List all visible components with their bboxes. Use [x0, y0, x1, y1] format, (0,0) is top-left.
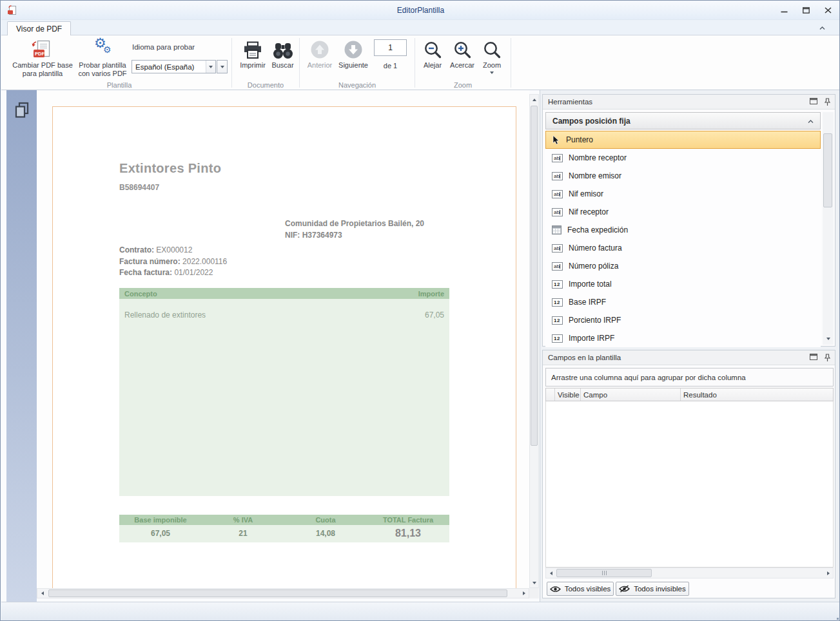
- invoice-recipient: Comunidad de Propietarios Bailén, 20 NIF…: [285, 218, 424, 241]
- window-icon: [810, 98, 817, 104]
- tool-item-nif-receptor[interactable]: Nif receptor: [545, 203, 821, 221]
- group-label-zoom: Zoom: [415, 81, 511, 89]
- all-invisible-button[interactable]: Todos invisibles: [616, 582, 689, 596]
- scroll-down-button[interactable]: [530, 578, 538, 588]
- tab-visor-de-pdf[interactable]: Visor de PDF: [7, 21, 71, 36]
- tools-panel: Herramientas Campos posición fija Punter…: [542, 94, 835, 347]
- printer-icon: [242, 39, 263, 59]
- zoom-dropdown-label: Zoom: [483, 61, 501, 70]
- value-iva: 21: [202, 525, 284, 542]
- column-label: Visible: [558, 391, 580, 399]
- language-select[interactable]: Español (España): [132, 60, 216, 73]
- tool-item-importe-irpf[interactable]: Importe IRPF: [545, 329, 821, 347]
- main-area: Extintores Pinto B58694407 Comunidad de …: [1, 90, 840, 602]
- pdf-page[interactable]: Extintores Pinto B58694407 Comunidad de …: [52, 106, 516, 588]
- resize-grip[interactable]: [834, 615, 836, 617]
- tool-item-fecha-expedicion[interactable]: Fecha expedición: [545, 221, 821, 239]
- pdf-viewer: Extintores Pinto B58694407 Comunidad de …: [37, 90, 529, 588]
- scroll-left-button[interactable]: [37, 589, 47, 598]
- tool-item-importe-total[interactable]: Importe total: [545, 275, 821, 293]
- pages-icon: [13, 102, 31, 119]
- value-cuota: 14,08: [284, 525, 367, 542]
- items-table-header: Concepto Importe: [119, 288, 449, 299]
- pin-panel-button[interactable]: [824, 354, 831, 363]
- zoom-out-button[interactable]: Alejar: [418, 37, 447, 79]
- next-page-button[interactable]: Siguiente: [338, 37, 369, 79]
- next-label: Siguiente: [338, 61, 368, 70]
- tool-item-nombre-receptor[interactable]: Nombre receptor: [545, 149, 821, 167]
- minimize-button[interactable]: [776, 4, 792, 17]
- column-header-campo[interactable]: Campo: [581, 388, 681, 401]
- dock-panel-button[interactable]: [810, 98, 817, 108]
- scroll-left-button[interactable]: [546, 568, 556, 578]
- viewer-horizontal-scrollbar[interactable]: [37, 588, 529, 598]
- tool-item-label: Porciento IRPF: [569, 316, 621, 325]
- items-table-body: Rellenado de extintores 67,05: [119, 299, 449, 496]
- page-number-input[interactable]: [374, 39, 407, 56]
- pin-panel-button[interactable]: [824, 98, 831, 108]
- tools-panel-title: Herramientas: [548, 98, 592, 106]
- all-visible-button[interactable]: Todos visibles: [547, 582, 614, 596]
- tools-panel-header: Herramientas: [543, 95, 835, 110]
- scroll-right-button[interactable]: [823, 568, 833, 578]
- group-label-navegacion: Navegación: [300, 81, 415, 89]
- scroll-up-button[interactable]: [530, 95, 538, 104]
- col-total-factura: TOTAL Factura: [367, 515, 449, 525]
- zoom-in-button[interactable]: Acercar: [448, 37, 476, 79]
- group-by-drop-zone[interactable]: Arrastre una columna aquí para agrupar p…: [545, 368, 834, 387]
- thumb-grip-icon: [604, 571, 605, 575]
- tool-item-label: Base IRPF: [569, 298, 606, 307]
- group-label-plantilla: Plantilla: [7, 81, 231, 89]
- tool-item-numero-poliza[interactable]: Número póliza: [545, 257, 821, 275]
- language-dropdown-button[interactable]: [217, 60, 228, 73]
- contract-line: Contrato: EX000012: [119, 245, 227, 256]
- minimize-icon: [781, 7, 788, 14]
- tools-group-campos-posicion-fija[interactable]: Campos posición fija: [545, 112, 821, 129]
- grid-horizontal-scrollbar[interactable]: [545, 568, 834, 578]
- tool-item-nif-emisor[interactable]: Nif emisor: [545, 185, 821, 203]
- close-button[interactable]: [819, 4, 836, 17]
- binoculars-icon: [273, 39, 293, 59]
- column-header-resultado[interactable]: Resultado: [681, 388, 833, 401]
- calendar-icon: [552, 225, 562, 234]
- ribbon: PDF Cambiar PDF base para plantilla ⚙ ⚙ …: [1, 35, 840, 90]
- tool-item-label: Nombre emisor: [569, 171, 621, 180]
- pin-icon: [824, 354, 831, 362]
- change-base-pdf-label: Cambiar PDF base para plantilla: [10, 61, 75, 78]
- tools-scroll-thumb[interactable]: [823, 133, 832, 207]
- pin-icon: [824, 98, 831, 106]
- invoice-number-label: Factura número:: [119, 257, 181, 266]
- tool-item-base-irpf[interactable]: Base IRPF: [545, 293, 821, 311]
- tab-label: Visor de PDF: [16, 24, 62, 33]
- triangle-right-icon: [827, 571, 830, 575]
- vertical-scroll-thumb[interactable]: [531, 106, 538, 446]
- pages-panel-button[interactable]: [12, 100, 32, 120]
- tool-item-label: Puntero: [566, 135, 593, 144]
- invoice-items-table: Concepto Importe Rellenado de extintores…: [119, 288, 449, 496]
- collapse-group-button[interactable]: [808, 117, 814, 126]
- print-button[interactable]: Imprimir: [238, 37, 268, 79]
- tool-item-porciento-irpf[interactable]: Porciento IRPF: [545, 311, 821, 329]
- tool-item-numero-factura[interactable]: Número factura: [545, 239, 821, 257]
- col-importe: Importe: [418, 290, 444, 298]
- tools-scrollbar[interactable]: [823, 112, 834, 345]
- search-button[interactable]: Buscar: [268, 37, 297, 79]
- dock-panel-button[interactable]: [810, 354, 817, 363]
- viewer-vertical-scrollbar[interactable]: [529, 94, 539, 588]
- column-header-visible[interactable]: Visible: [555, 388, 581, 401]
- test-template-button[interactable]: ⚙ ⚙ Probar plantilla con varios PDF: [76, 37, 129, 79]
- horizontal-scroll-thumb[interactable]: [48, 589, 507, 597]
- maximize-button[interactable]: [797, 4, 814, 17]
- grid-scroll-thumb[interactable]: [556, 569, 652, 577]
- change-base-pdf-button[interactable]: PDF Cambiar PDF base para plantilla: [10, 37, 75, 79]
- previous-page-button[interactable]: Anterior: [304, 37, 335, 79]
- tool-item-nombre-emisor[interactable]: Nombre emisor: [545, 167, 821, 185]
- scroll-right-button[interactable]: [519, 589, 529, 598]
- zoom-dropdown-button[interactable]: Zoom: [478, 37, 505, 84]
- tool-item-label: Nif receptor: [569, 207, 609, 216]
- close-icon: [825, 7, 832, 14]
- tool-item-puntero[interactable]: Puntero: [545, 131, 821, 149]
- tools-scroll-down-button[interactable]: [823, 334, 834, 343]
- ribbon-collapse-button[interactable]: [816, 23, 828, 33]
- window-controls: [776, 4, 836, 17]
